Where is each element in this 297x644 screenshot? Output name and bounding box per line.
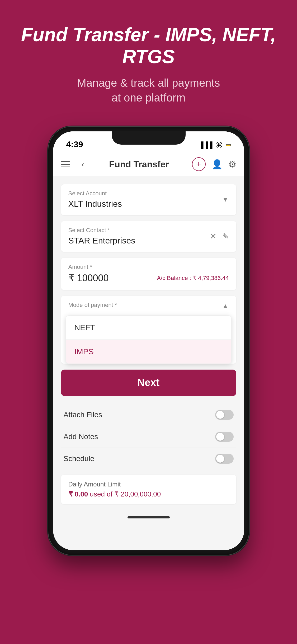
account-field-row: Select Account XLT Industries ▼ xyxy=(68,190,229,209)
payment-mode-label: Mode of payment * xyxy=(68,302,117,309)
payment-mode-arrow[interactable]: ▲ xyxy=(222,302,229,310)
schedule-toggle-row: Schedule xyxy=(61,448,236,470)
daily-limit-card: Daily Amount Limit ₹ 0.00 used of ₹ 20,0… xyxy=(61,475,236,504)
attach-files-toggle-row: Attach Files xyxy=(61,404,236,426)
page-title: Fund Transfer - IMPS, NEFT, RTGS xyxy=(16,24,281,68)
daily-limit-used: ₹ 0.00 xyxy=(68,490,88,498)
add-notes-toggle[interactable] xyxy=(215,432,234,442)
menu-button[interactable] xyxy=(61,158,74,171)
daily-limit-total: ₹ 20,00,000.00 xyxy=(114,490,161,498)
header-section: Fund Transfer - IMPS, NEFT, RTGS Manage … xyxy=(0,0,297,119)
daily-limit-separator: used of xyxy=(90,490,115,498)
edit-contact-icon[interactable]: ✎ xyxy=(222,232,229,241)
app-content: Select Account XLT Industries ▼ Select C… xyxy=(53,176,244,509)
payment-option-imps[interactable]: IMPS xyxy=(66,340,231,364)
add-notes-toggle-row: Add Notes xyxy=(61,426,236,448)
contact-label: Select Contact * xyxy=(68,227,135,234)
schedule-toggle[interactable] xyxy=(215,454,234,464)
app-header-title: Fund Transfer xyxy=(92,159,187,169)
daily-limit-value: ₹ 0.00 used of ₹ 20,00,000.00 xyxy=(68,490,229,498)
profile-button[interactable]: 👤 xyxy=(211,159,223,169)
daily-limit-title: Daily Amount Limit xyxy=(68,481,229,488)
phone-screen: 4:39 ▐▐▐ ⌘ ‹ Fund xyxy=(53,131,244,550)
back-button[interactable]: ‹ xyxy=(79,160,86,169)
add-notes-label: Add Notes xyxy=(64,433,98,441)
clear-contact-icon[interactable]: ✕ xyxy=(210,232,216,241)
schedule-knob xyxy=(216,455,224,463)
phone-frame: 4:39 ▐▐▐ ⌘ ‹ Fund xyxy=(48,127,249,555)
attach-files-knob xyxy=(216,411,224,419)
payment-option-neft[interactable]: NEFT xyxy=(66,316,231,340)
account-dropdown-arrow[interactable]: ▼ xyxy=(222,195,229,204)
menu-line-1 xyxy=(61,161,70,162)
status-time: 4:39 xyxy=(66,140,83,149)
contact-field: Select Contact * STAR Enterprises xyxy=(68,227,135,246)
amount-field-card: Amount * ₹ 100000 A/c Balance : ₹ 4,79,3… xyxy=(61,258,236,290)
battery-icon xyxy=(226,144,231,146)
home-bar xyxy=(128,516,170,518)
page-background: Fund Transfer - IMPS, NEFT, RTGS Manage … xyxy=(0,0,297,644)
amount-value[interactable]: ₹ 100000 xyxy=(68,273,109,284)
next-button[interactable]: Next xyxy=(61,370,236,396)
add-button[interactable]: + xyxy=(192,157,206,171)
add-icon: + xyxy=(196,160,201,168)
contact-actions: ✕ ✎ xyxy=(210,232,229,241)
settings-button[interactable]: ⚙ xyxy=(228,159,236,169)
header-actions: + 👤 ⚙ xyxy=(192,157,236,171)
status-bar: 4:39 ▐▐▐ ⌘ xyxy=(53,131,244,153)
page-subtitle: Manage & track all payments at one platf… xyxy=(16,76,281,105)
account-value: XLT Industries xyxy=(68,199,122,209)
account-label: Select Account xyxy=(68,190,122,197)
payment-mode-dropdown: NEFT IMPS xyxy=(66,315,232,364)
wifi-icon: ⌘ xyxy=(216,141,223,149)
notch xyxy=(112,131,186,145)
contact-value: STAR Enterprises xyxy=(68,236,135,246)
payment-mode-section: Mode of payment * ▲ NEFT IMPS xyxy=(61,296,236,364)
account-field: Select Account XLT Industries xyxy=(68,190,122,209)
contact-field-row: Select Contact * STAR Enterprises ✕ ✎ xyxy=(68,227,229,246)
menu-line-3 xyxy=(61,167,70,167)
status-icons: ▐▐▐ ⌘ xyxy=(199,141,231,149)
amount-row: ₹ 100000 A/c Balance : ₹ 4,79,386.44 xyxy=(68,273,229,284)
signal-icon: ▐▐▐ xyxy=(199,141,212,149)
attach-files-toggle[interactable] xyxy=(215,410,234,420)
add-notes-knob xyxy=(216,433,224,441)
schedule-label: Schedule xyxy=(64,454,95,463)
amount-label: Amount * xyxy=(68,264,229,270)
toggle-section: Attach Files Add Notes Sch xyxy=(61,404,236,470)
phone-container: 4:39 ▐▐▐ ⌘ ‹ Fund xyxy=(48,127,249,555)
menu-line-2 xyxy=(61,164,70,165)
app-header: ‹ Fund Transfer + 👤 ⚙ xyxy=(53,153,244,176)
home-indicator xyxy=(53,509,244,525)
balance-info: A/c Balance : ₹ 4,79,386.44 xyxy=(157,275,229,282)
attach-files-label: Attach Files xyxy=(64,411,102,419)
contact-field-card: Select Contact * STAR Enterprises ✕ ✎ xyxy=(61,221,236,252)
payment-mode-header: Mode of payment * ▲ xyxy=(68,302,229,315)
account-field-card: Select Account XLT Industries ▼ xyxy=(61,184,236,215)
